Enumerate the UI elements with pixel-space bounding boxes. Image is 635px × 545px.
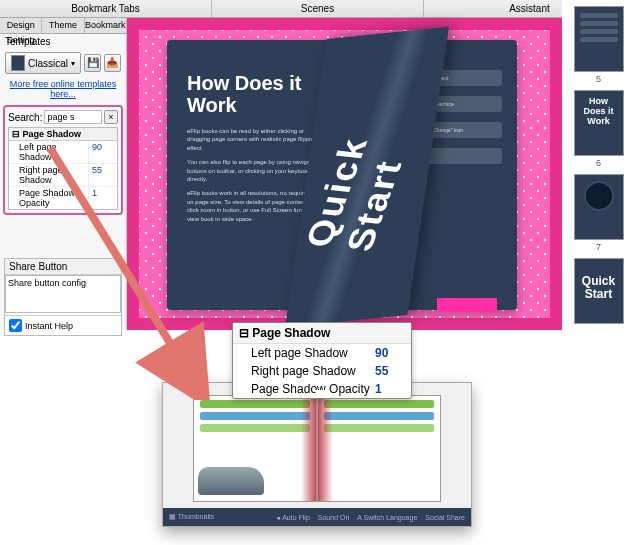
thumb-7[interactable]: 7 [574,174,624,252]
prop-row-opacity[interactable]: Page Shadow Opacity1 [9,187,117,209]
detail-row-left[interactable]: Left page Shadow90 [233,344,411,362]
clear-search-button[interactable]: × [104,110,118,124]
template-name: Classical [28,58,68,69]
subtab-design[interactable]: Design Setting [0,18,42,33]
subtab-theme[interactable]: Theme [42,18,84,33]
sidebar: Design Setting Theme Bookmark Templates … [0,18,127,330]
car-image [198,467,264,495]
save-icon[interactable]: 💾 [84,54,101,72]
tab-scenes[interactable]: Scenes [212,0,424,17]
detail-zoom: ⊟ Page Shadow Left page Shadow90 Right p… [162,322,472,527]
share-panel: Share Button Share button config Instant… [4,258,122,336]
detail-popup: ⊟ Page Shadow Left page Shadow90 Right p… [232,322,412,399]
detail-row-opacity[interactable]: Page Shadow Opacity1 [233,380,411,398]
bar-sound[interactable]: Sound On [318,514,350,521]
search-label: Search: [8,112,42,123]
thumbnails-column: 5 How Does it Work 6 7 Quick Start [562,0,635,330]
template-thumb-icon [11,55,25,71]
template-select[interactable]: Classical ▾ [5,52,81,74]
detail-row-right[interactable]: Right page Shadow55 [233,362,411,380]
detail-toolbar: ▦ Thumbnails ● Auto Flip Sound On A Swit… [163,508,471,526]
flipbook-preview: How Does it Work eFlip books can be read… [127,18,562,330]
thumb-6[interactable]: How Does it Work 6 [574,90,624,168]
property-table: ⊟ Page Shadow Left page Shadow90 Right p… [8,127,118,210]
nav-buttons[interactable] [437,298,497,312]
bar-share[interactable]: Social Share [425,514,465,521]
instant-help-checkbox[interactable] [9,319,22,332]
bar-thumbnails[interactable]: ▦ Thumbnails [169,513,214,521]
share-textarea[interactable]: Share button config [5,275,121,313]
search-input[interactable] [44,110,102,124]
subtab-bookmark[interactable]: Bookmark [85,18,127,33]
detail-left-page [193,395,317,502]
search-panel: Search: × ⊟ Page Shadow Left page Shadow… [3,105,123,215]
thumb-5[interactable]: 5 [574,6,624,84]
templates-label: Templates [0,34,126,49]
top-tabs: Bookmark Tabs Scenes Assistant [0,0,635,18]
curl-text: Quick Start [297,115,424,253]
share-title: Share Button [5,259,121,275]
bar-lang[interactable]: A Switch Language [357,514,417,521]
bar-auto[interactable]: ● Auto Flip [276,514,309,521]
subtabs: Design Setting Theme Bookmark [0,18,127,34]
right-shadow-highlight [318,396,333,501]
props-header[interactable]: ⊟ Page Shadow [9,128,117,141]
detail-right-page [317,395,441,502]
prop-row-right[interactable]: Right page Shadow55 [9,164,117,187]
more-templates-link[interactable]: More free online templates here... [0,79,126,99]
thumb-8[interactable]: Quick Start [574,258,624,324]
import-icon[interactable]: 📥 [104,54,121,72]
left-shadow-highlight [301,396,316,501]
tab-bookmark-tabs[interactable]: Bookmark Tabs [0,0,212,17]
chevron-down-icon: ▾ [71,59,75,68]
prop-row-left[interactable]: Left page Shadow90 [9,141,117,164]
instant-help-label: Instant Help [25,321,73,331]
